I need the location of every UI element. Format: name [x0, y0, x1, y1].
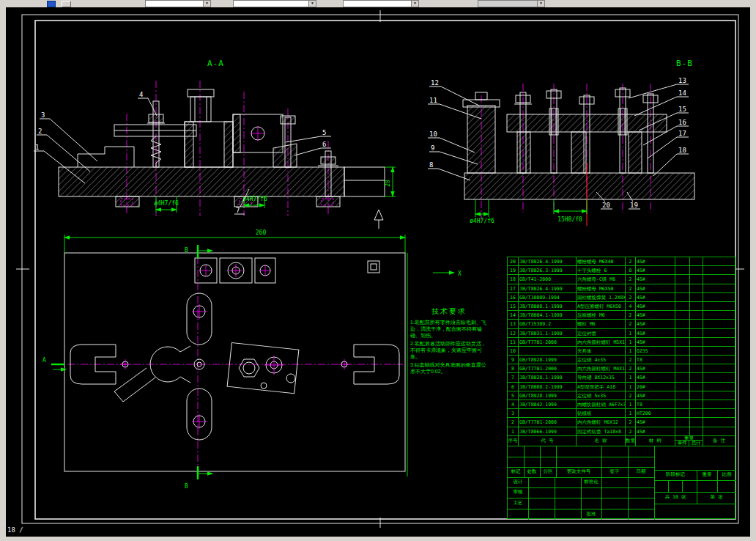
table-row: 5GB/T8928-1999定位销 5x35245#: [508, 391, 735, 400]
cell-qty: 4: [626, 302, 636, 310]
cell-name: 螺栓螺母 M6X50: [577, 284, 626, 292]
cell-mat: 45#: [636, 338, 675, 346]
parts-header: 序号 代 号 名 称 数量 材 料 重量 单件 总计 备 注: [508, 436, 735, 446]
svg-text:18: 18: [678, 147, 686, 154]
titleblock-label-design: 设计: [508, 477, 528, 487]
lineweight-combo[interactable]: ▼: [478, 0, 545, 7]
cell-w2: [690, 400, 703, 408]
cell-w2: [690, 293, 703, 301]
svg-text:1: 1: [35, 144, 39, 151]
cell-code: GB/T41-2000: [519, 275, 577, 283]
tech-req-item: 2.装配后各活动部件应运动灵活，不得有卡滞现象，夹紧应牢固可靠。: [410, 340, 488, 360]
cell-mat: 45#: [636, 266, 675, 274]
cell-w2: [690, 257, 703, 265]
cell-code: JB/T8066-1999: [519, 427, 577, 435]
layer-combo[interactable]: ▼: [145, 0, 211, 7]
cell-code: GB/T7701-2000: [519, 418, 577, 426]
svg-text:B: B: [185, 483, 188, 490]
cell-rem: [703, 275, 735, 283]
cell-rem: [703, 400, 735, 408]
cell-qty: 1: [626, 329, 636, 337]
cell-rem: [703, 391, 735, 400]
cell-mat: 45#: [636, 418, 675, 426]
table-row: 20JB/T8026.4-1999螺栓螺母 M6X40245#: [508, 257, 735, 266]
titleblock-label-sign: 签字: [601, 467, 628, 477]
chevron-down-icon[interactable]: ▼: [411, 1, 418, 7]
cell-code: JB/T8042-1999: [519, 400, 577, 408]
cell-qty: 1: [626, 383, 636, 391]
table-row: 8GB/T7701-2000内六角圆柱螺钉 M4X12245#: [508, 364, 735, 373]
titleblock-label-zone: 分区: [540, 467, 556, 477]
cell-rem: [703, 347, 735, 355]
dim-text: 20: [385, 180, 391, 187]
cell-w1: [675, 302, 690, 310]
cell-rem: [703, 266, 735, 274]
dimension-step-height: 20: [385, 167, 396, 196]
cell-name: 固定式钻套 Ta18x8: [577, 427, 626, 435]
cell-code: JB/T8028.1-1999: [519, 373, 577, 381]
table-row: 18GB/T41-2000六角螺母-C级 M6245#: [508, 275, 735, 284]
cell-w2: [690, 356, 703, 364]
chevron-down-icon[interactable]: ▼: [537, 1, 544, 7]
table-row: 16GB/T10089-1994圆柱螺旋弹簧 1.2X8X25245#: [508, 293, 735, 302]
cell-w2: [690, 383, 703, 391]
cell-w2: [690, 302, 703, 310]
cell-mat: 45#: [636, 320, 675, 328]
cell-name: 定位销 4x35: [577, 356, 626, 364]
cell-w2: [690, 347, 703, 355]
cell-w1: [675, 320, 690, 328]
dim-text: ø4H7/f6: [470, 218, 494, 224]
parts-list: 20JB/T8026.4-1999螺栓螺母 M6X40245#19JB/T802…: [507, 257, 735, 447]
chevron-down-icon[interactable]: ▼: [203, 1, 210, 7]
chevron-down-icon[interactable]: ▼: [308, 1, 316, 7]
header-name: 名 称: [577, 436, 626, 446]
svg-text:7: 7: [236, 207, 240, 214]
cell-no: 20: [508, 257, 519, 265]
cell-w2: [690, 409, 703, 417]
cell-name: 内六角圆柱螺钉 M5X10: [577, 338, 626, 346]
cell-rem: [703, 329, 735, 337]
linetype-combo[interactable]: ▼: [343, 0, 419, 7]
table-row: 13GB/T15389.2螺柱 M6245#: [508, 320, 735, 328]
cell-code: JB/T8008.1-1999: [519, 302, 577, 310]
cell-w2: [690, 266, 703, 274]
view-direction-x: X: [433, 270, 462, 277]
color-combo[interactable]: ▼: [233, 0, 316, 7]
toolbar: ▼ ▼ ▼ ▼: [0, 0, 756, 7]
cell-no: 7: [508, 373, 519, 381]
svg-text:5: 5: [322, 129, 326, 136]
cell-w1: [675, 284, 690, 292]
cell-name: 压板螺栓 M6: [577, 311, 626, 319]
cell-name: 夹具体: [577, 347, 626, 355]
cell-no: 6: [508, 383, 519, 391]
cell-w2: [690, 311, 703, 319]
cell-name: 十字头螺栓 6: [577, 266, 626, 274]
cell-w1: [675, 266, 690, 274]
sheet-word: 张: [681, 494, 686, 500]
toolbar-button[interactable]: [62, 1, 71, 7]
cell-qty: 2: [626, 320, 636, 328]
cell-qty: 2: [626, 311, 636, 319]
header-code: 代 号: [519, 436, 577, 446]
cell-qty: 2: [626, 427, 636, 435]
dimension-plate-width: 260: [64, 229, 405, 253]
cell-qty: 1: [626, 338, 636, 346]
cell-name: A型星形把手 A18: [577, 383, 626, 391]
cell-qty: 2: [626, 293, 636, 301]
svg-text:8: 8: [429, 161, 433, 169]
cell-w1: [675, 409, 690, 417]
cell-w2: [690, 320, 703, 328]
plan-view: [64, 253, 407, 476]
cell-no: 10: [508, 347, 519, 355]
cell-w2: [690, 275, 703, 283]
cell-name: 螺栓螺母 M6X40: [577, 257, 626, 265]
header-weight-group: 重量 单件 总计: [675, 436, 703, 446]
properties-grid-icon[interactable]: [47, 1, 56, 7]
svg-text:13: 13: [678, 77, 686, 84]
cell-rem: [703, 409, 735, 417]
cell-no: 13: [508, 320, 519, 328]
drawing-canvas[interactable]: A-A: [6, 7, 750, 537]
cell-code: GB/T15389.2: [519, 320, 577, 328]
cell-no: 3: [508, 409, 519, 417]
cell-w1: [675, 329, 690, 337]
